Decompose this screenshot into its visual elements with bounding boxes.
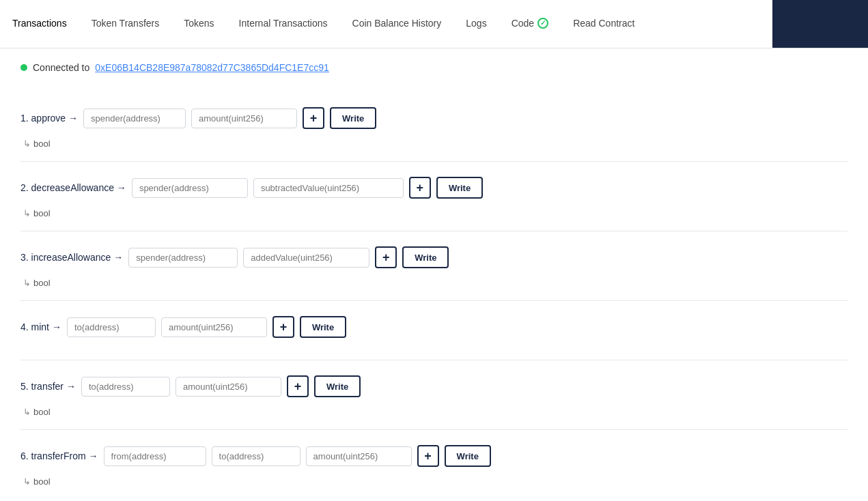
section-increaseAllowance: 3. increaseAllowance →+Write↳bool: [20, 231, 848, 301]
input-increaseAllowance-0[interactable]: [128, 248, 238, 268]
connected-indicator: [20, 64, 27, 71]
return-type-transfer: bool: [33, 407, 51, 417]
section-inputs-transferFrom: +Write: [104, 445, 491, 467]
section-inputs-decreaseAllowance: +Write: [132, 177, 483, 199]
section-inputs-increaseAllowance: +Write: [128, 246, 449, 268]
plus-button-transferFrom[interactable]: +: [417, 445, 439, 467]
section-mint: 4. mint →+Write: [20, 301, 848, 360]
section-header-mint: 4. mint →+Write: [20, 316, 848, 338]
input-mint-0[interactable]: [67, 317, 156, 337]
return-arrow-icon-transfer: ↳: [23, 407, 31, 417]
section-title-mint: 4. mint →: [20, 321, 61, 332]
section-header-increaseAllowance: 3. increaseAllowance →+Write: [20, 246, 848, 268]
tab-read-contract[interactable]: Read Contract: [561, 0, 647, 48]
section-header-transferFrom: 6. transferFrom →+Write: [20, 445, 848, 467]
section-title-approve: 1. approve →: [20, 113, 78, 124]
nav-tabs: Transactions Token Transfers Tokens Inte…: [0, 0, 868, 48]
main-content: Connected to 0xE06B14CB28E987a78082d77C3…: [0, 48, 868, 501]
return-type-approve: bool: [33, 139, 51, 149]
write-button-transferFrom[interactable]: Write: [445, 445, 491, 467]
section-transfer: 5. transfer →+Write↳bool: [20, 360, 848, 430]
tab-logs[interactable]: Logs: [453, 0, 499, 48]
section-title-transferFrom: 6. transferFrom →: [20, 450, 98, 461]
plus-button-decreaseAllowance[interactable]: +: [409, 177, 431, 199]
contract-sections: 1. approve →+Write↳bool2. decreaseAllowa…: [20, 92, 848, 499]
section-title-transfer: 5. transfer →: [20, 381, 76, 392]
section-header-decreaseAllowance: 2. decreaseAllowance →+Write: [20, 177, 848, 199]
input-mint-1[interactable]: [161, 317, 267, 337]
section-title-increaseAllowance: 3. increaseAllowance →: [20, 252, 123, 263]
plus-button-increaseAllowance[interactable]: +: [375, 246, 397, 268]
tab-tokens[interactable]: Tokens: [171, 0, 226, 48]
input-approve-1[interactable]: [191, 109, 297, 128]
return-arrow-icon-transferFrom: ↳: [23, 476, 31, 487]
write-button-increaseAllowance[interactable]: Write: [402, 246, 449, 268]
return-type-decreaseAllowance: bool: [33, 208, 51, 218]
connected-address[interactable]: 0xE06B14CB28E987a78082d77C3865Dd4FC1E7cc…: [95, 62, 328, 73]
write-button-transfer[interactable]: Write: [314, 375, 361, 397]
connected-row: Connected to 0xE06B14CB28E987a78082d77C3…: [20, 62, 848, 73]
return-row-transferFrom: ↳bool: [20, 476, 848, 487]
section-inputs-mint: +Write: [67, 316, 346, 338]
input-decreaseAllowance-0[interactable]: [132, 178, 248, 198]
code-check-icon: ✓: [537, 18, 548, 29]
section-title-decreaseAllowance: 2. decreaseAllowance →: [20, 182, 126, 193]
return-row-increaseAllowance: ↳bool: [20, 278, 848, 288]
section-header-transfer: 5. transfer →+Write: [20, 375, 848, 397]
input-transfer-0[interactable]: [81, 377, 170, 397]
write-button-mint[interactable]: Write: [300, 316, 346, 338]
tab-coin-balance-history[interactable]: Coin Balance History: [340, 0, 454, 48]
input-transfer-1[interactable]: [176, 377, 281, 397]
tab-token-transfers[interactable]: Token Transfers: [79, 0, 172, 48]
return-arrow-icon-decreaseAllowance: ↳: [23, 208, 31, 218]
connected-label: Connected to: [33, 62, 89, 73]
input-transferFrom-2[interactable]: [306, 446, 412, 466]
return-row-decreaseAllowance: ↳bool: [20, 208, 848, 218]
tab-write-contract[interactable]: Write Contract: [772, 0, 868, 48]
input-transferFrom-0[interactable]: [104, 446, 206, 466]
plus-button-approve[interactable]: +: [303, 107, 324, 129]
tab-code[interactable]: Code ✓: [499, 0, 561, 48]
section-inputs-transfer: +Write: [81, 375, 361, 397]
input-decreaseAllowance-1[interactable]: [253, 178, 404, 198]
tab-transactions[interactable]: Transactions: [0, 0, 79, 48]
return-row-transfer: ↳bool: [20, 407, 848, 417]
input-transferFrom-1[interactable]: [212, 446, 300, 466]
section-inputs-approve: +Write: [83, 107, 376, 129]
input-approve-0[interactable]: [83, 109, 186, 128]
section-header-approve: 1. approve →+Write: [20, 107, 848, 129]
return-arrow-icon-increaseAllowance: ↳: [23, 278, 31, 288]
section-approve: 1. approve →+Write↳bool: [20, 92, 848, 162]
tab-internal-transactions[interactable]: Internal Transactions: [227, 0, 340, 48]
return-arrow-icon-approve: ↳: [23, 139, 31, 149]
write-button-approve[interactable]: Write: [330, 107, 376, 129]
plus-button-transfer[interactable]: +: [287, 375, 309, 397]
write-button-decreaseAllowance[interactable]: Write: [436, 177, 483, 199]
return-row-approve: ↳bool: [20, 139, 848, 149]
section-transferFrom: 6. transferFrom →+Write↳bool: [20, 430, 848, 499]
return-type-transferFrom: bool: [33, 476, 51, 487]
input-increaseAllowance-1[interactable]: [243, 248, 369, 268]
section-decreaseAllowance: 2. decreaseAllowance →+Write↳bool: [20, 162, 848, 231]
return-type-increaseAllowance: bool: [33, 278, 51, 288]
plus-button-mint[interactable]: +: [272, 316, 294, 338]
